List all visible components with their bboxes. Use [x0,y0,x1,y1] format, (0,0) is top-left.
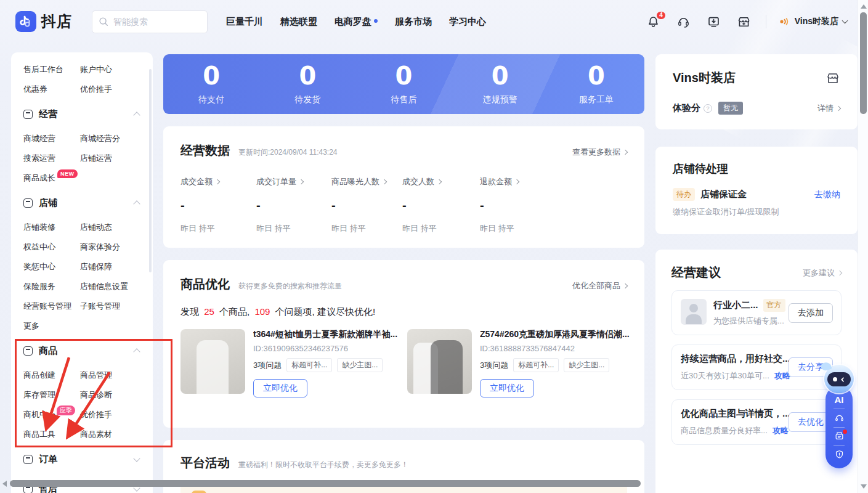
business-data-card: 经营数据 更新时间:2024/09/04 11:43:24 查看更多数据 成交金… [163,126,644,248]
view-more-data-link[interactable]: 查看更多数据 [572,147,627,158]
chevron-up-icon [133,112,140,118]
scroll-left-arrow[interactable] [2,481,7,487]
sidebar-item-shop-operation[interactable]: 店铺运营 [80,153,112,164]
sidebar-item-mall-score[interactable]: 商城经营分 [80,133,120,144]
sidebar-row: 商品创建 商品管理 [11,365,153,385]
nav-service-market[interactable]: 服务市场 [386,11,440,33]
sidebar-item-opportunity-center[interactable]: 商机中心 [23,409,55,420]
deposit-description: 缴纳保证金取消订单/提现限制 [673,206,840,218]
add-contact-button[interactable]: 去添加 [789,303,833,323]
sidebar-item-business-account-mgmt[interactable]: 经营账号管理 [23,301,71,312]
business-data-title: 经营数据 [180,142,230,159]
sidebar-item-mall-operation[interactable]: 商城经营 [23,133,55,144]
horizontal-scrollbar-thumb[interactable] [10,480,641,487]
metric-gmv[interactable]: 成交金额 - 昨日 持平 [180,176,256,234]
product-optimization-card: 商品优化 获得更多免费的搜索和推荐流量 优化全部商品 发现 25 个商品, 10… [163,260,644,428]
storefront-icon[interactable] [825,71,840,86]
sidebar-section-product[interactable]: 商品 [11,336,153,365]
sidebar-item-product-manage[interactable]: 商品管理 [80,370,112,381]
optimize-now-button[interactable]: 立即优化 [480,379,534,397]
sidebar-item-product-create[interactable]: 商品创建 [23,370,55,381]
sidebar-item-shop-protection[interactable]: 店铺保障 [80,261,112,272]
sidebar-item-merchant-exp-score[interactable]: 商家体验分 [80,242,120,253]
summary-text: 个问题项, 建议尽快优化! [275,306,376,317]
optimization-summary: 发现 25 个商品, 109 个问题项, 建议尽快优化! [180,306,627,318]
sidebar-item-price-promoter[interactable]: 优价推手 [80,84,112,95]
sidebar-item-inventory-manage[interactable]: 库存管理 [23,389,55,401]
stat-value: 0 [452,63,548,88]
stat-service-tickets[interactable]: 0 服务工单 [548,63,644,105]
security-shield-icon[interactable] [834,449,845,460]
sidebar-item-sub-account-mgmt[interactable]: 子账号管理 [80,301,120,312]
metric-label: 成交人数 [402,176,434,187]
issue-count: 109 [254,306,270,317]
sidebar-item-shop-updates[interactable]: 店铺动态 [80,222,112,233]
summary-text: 个商品, [219,306,249,317]
optimize-all-link[interactable]: 优化全部商品 [572,280,627,291]
help-icon[interactable]: ? [704,104,712,113]
vertical-scrollbar-thumb[interactable] [860,12,867,114]
sidebar-item-price-promoter-2[interactable]: 优价推手 [80,409,112,420]
nav-compass[interactable]: 电商罗盘 [326,11,386,33]
app-logo[interactable]: 抖店 [15,11,72,32]
sidebar-item-product-growth[interactable]: 商品成长 [23,173,55,184]
new-badge: NEW [57,169,78,178]
stat-value: 0 [548,63,644,88]
sidebar-section-shop[interactable]: 店铺 [11,188,153,218]
sidebar-item-coupons[interactable]: 优惠券 [23,84,47,95]
scroll-up-arrow[interactable] [861,4,867,9]
metric-order-count[interactable]: 成交订单量 - 昨日 持平 [256,176,331,234]
score-detail-link[interactable]: 详情 [817,103,840,114]
sidebar-row: 商机中心应季 优价推手 [11,405,153,425]
scroll-down-arrow[interactable] [861,484,867,489]
score-none-badge: 暂无 [718,102,743,115]
sidebar-row: 权益中心 商家体验分 [11,237,153,257]
metric-exposure-users[interactable]: 商品曝光人数 - 昨日 持平 [331,176,402,234]
sidebar-item-insurance-service[interactable]: 保险服务 [23,281,55,292]
sidebar-row: 搜索运营 店铺运营 [11,149,153,168]
sidebar-section-manage[interactable]: 经营 [11,99,153,129]
sidebar-item-more[interactable]: 更多 [23,320,39,332]
guide-link[interactable]: 攻略 [773,425,789,436]
sidebar-item-account-center[interactable]: 账户中心 [80,64,112,75]
sidebar-item-aftersale-workbench[interactable]: 售后工作台 [23,64,63,75]
metric-paying-users[interactable]: 成交人数 - 昨日 持平 [402,176,480,234]
ai-assistant-robot[interactable] [824,365,854,393]
sidebar-item-reward-punish-center[interactable]: 奖惩中心 [23,261,55,272]
message-inbox-icon[interactable] [834,431,845,441]
more-suggestions-link[interactable]: 更多建议 [803,267,842,279]
optimize-now-button[interactable]: 立即优化 [253,379,307,397]
sidebar-item-product-material[interactable]: 商品素材 [80,429,112,440]
section-title: 经营 [39,108,57,120]
sidebar-item-product-diagnosis[interactable]: 商品诊断 [80,389,112,401]
platform-activity-title: 平台活动 [180,455,230,471]
sidebar-row: 店铺装修 店铺动态 [11,218,153,237]
sidebar-scrollbar[interactable] [149,69,152,272]
sidebar-item-search-operation[interactable]: 搜索运营 [23,153,55,164]
pay-deposit-link[interactable]: 去缴纳 [814,189,840,200]
ai-button[interactable]: AI [835,394,844,405]
customer-service-float-icon[interactable] [834,413,845,423]
stat-violation-warning[interactable]: 0 违规预警 [452,63,548,105]
metric-label: 成交订单量 [256,176,296,187]
sidebar-item-shop-decoration[interactable]: 店铺装修 [23,222,55,233]
sidebar-item-product-tools[interactable]: 商品工具 [23,429,55,440]
sidebar-section-orders[interactable]: 订单 [11,444,153,474]
guide-link[interactable]: 攻略 [774,370,790,381]
sidebar-row: 库存管理 商品诊断 [11,385,153,405]
search-input[interactable] [92,10,208,33]
stat-pending-aftersale[interactable]: 0 待售后 [355,63,452,105]
metric-label: 商品曝光人数 [331,176,379,187]
metric-refund-amount[interactable]: 退款金额 - 昨日 持平 [480,176,566,234]
vertical-scrollbar[interactable] [858,0,868,493]
product-card: t364#短袖t恤男士夏季新款潮牌半袖... ID:36190963523462… [180,329,407,397]
sidebar-menu: 售后工作台 账户中心 优惠券 优价推手 经营 商城经营 商城经营分 搜索运营 店… [11,52,153,493]
nav-alliance[interactable]: 精选联盟 [272,11,326,33]
sidebar-item-rights-center[interactable]: 权益中心 [23,242,55,253]
stat-pending-shipment[interactable]: 0 待发货 [259,63,355,105]
nav-learning-center[interactable]: 学习中心 [440,11,495,33]
chevron-right-icon [299,179,304,184]
stat-pending-payment[interactable]: 0 待支付 [163,63,259,105]
sidebar-item-shop-info-settings[interactable]: 店铺信息设置 [80,281,128,292]
nav-qianchuan[interactable]: 巨量千川 [217,11,272,33]
